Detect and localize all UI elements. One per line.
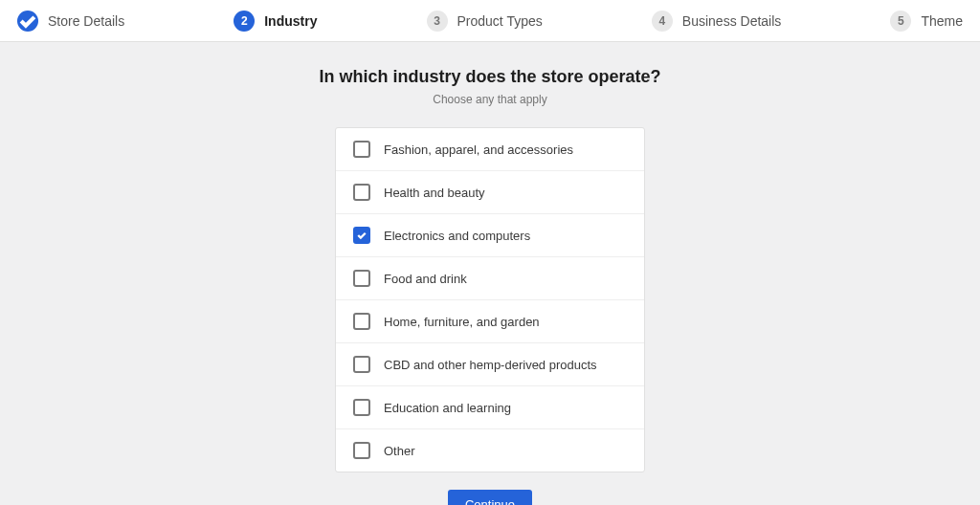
step-number-icon: 5 bbox=[890, 11, 911, 32]
step-store-details[interactable]: Store Details bbox=[17, 11, 124, 32]
step-label: Store Details bbox=[48, 13, 124, 29]
checkbox-icon[interactable] bbox=[353, 442, 370, 459]
checkbox-icon[interactable] bbox=[353, 399, 370, 416]
checkbox-icon[interactable] bbox=[353, 184, 370, 201]
option-label: CBD and other hemp-derived products bbox=[384, 358, 597, 372]
option-fashion[interactable]: Fashion, apparel, and accessories bbox=[336, 128, 644, 171]
option-label: Education and learning bbox=[384, 401, 511, 415]
option-label: Other bbox=[384, 444, 415, 458]
option-label: Health and beauty bbox=[384, 186, 485, 200]
check-icon bbox=[17, 11, 38, 32]
main-content: In which industry does the store operate… bbox=[0, 42, 980, 505]
checkbox-icon[interactable] bbox=[353, 227, 370, 244]
step-label: Business Details bbox=[682, 13, 782, 29]
wizard-stepper: Store Details 2 Industry 3 Product Types… bbox=[0, 0, 980, 42]
step-label: Industry bbox=[264, 13, 317, 29]
option-food-drink[interactable]: Food and drink bbox=[336, 257, 644, 300]
page-title: In which industry does the store operate… bbox=[319, 67, 660, 87]
checkbox-icon[interactable] bbox=[353, 141, 370, 158]
checkbox-icon[interactable] bbox=[353, 313, 370, 330]
option-other[interactable]: Other bbox=[336, 429, 644, 472]
step-industry[interactable]: 2 Industry bbox=[234, 11, 317, 32]
industry-options-card: Fashion, apparel, and accessories Health… bbox=[335, 127, 645, 472]
option-health-beauty[interactable]: Health and beauty bbox=[336, 171, 644, 214]
actions-row: Continue bbox=[448, 490, 532, 505]
option-label: Food and drink bbox=[384, 272, 467, 286]
checkbox-icon[interactable] bbox=[353, 356, 370, 373]
step-number-icon: 3 bbox=[427, 11, 448, 32]
page-subtitle: Choose any that apply bbox=[433, 93, 546, 106]
option-label: Electronics and computers bbox=[384, 229, 530, 243]
option-label: Home, furniture, and garden bbox=[384, 315, 540, 329]
step-number-icon: 2 bbox=[234, 11, 255, 32]
continue-button[interactable]: Continue bbox=[448, 490, 532, 505]
option-cbd[interactable]: CBD and other hemp-derived products bbox=[336, 343, 644, 386]
step-theme[interactable]: 5 Theme bbox=[890, 11, 963, 32]
step-label: Product Types bbox=[457, 13, 543, 29]
option-home-furniture[interactable]: Home, furniture, and garden bbox=[336, 300, 644, 343]
option-education[interactable]: Education and learning bbox=[336, 386, 644, 429]
step-product-types[interactable]: 3 Product Types bbox=[427, 11, 543, 32]
option-electronics[interactable]: Electronics and computers bbox=[336, 214, 644, 257]
step-business-details[interactable]: 4 Business Details bbox=[652, 11, 782, 32]
step-label: Theme bbox=[921, 13, 963, 29]
checkbox-icon[interactable] bbox=[353, 270, 370, 287]
option-label: Fashion, apparel, and accessories bbox=[384, 143, 573, 157]
step-number-icon: 4 bbox=[652, 11, 673, 32]
